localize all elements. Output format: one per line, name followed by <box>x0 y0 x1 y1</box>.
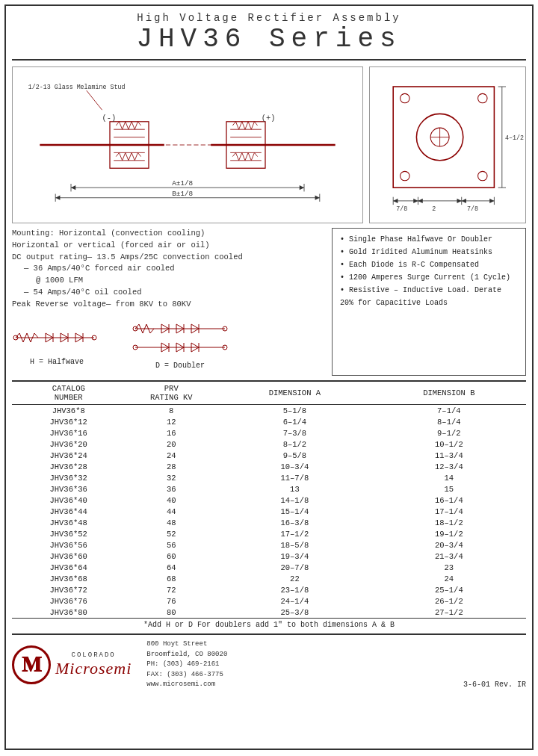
table-cell: 76 <box>125 595 217 607</box>
logo-microsemi: Microsemi <box>55 659 132 678</box>
table-cell: JHV36*32 <box>12 472 125 483</box>
table-cell: 24 <box>125 450 217 461</box>
doubler-circuit: D = Doubler <box>132 317 229 370</box>
table-cell: 5–1/8 <box>217 405 371 417</box>
table-cell: 26–1/2 <box>372 595 526 607</box>
logo-m-letter: 𝐌 <box>22 653 41 678</box>
svg-marker-57 <box>457 199 461 203</box>
table-cell: 80 <box>125 607 217 619</box>
table-cell: 64 <box>125 562 217 573</box>
svg-marker-28 <box>300 185 304 190</box>
table-cell: 25–3/8 <box>217 607 371 619</box>
table-cell: 18–1/2 <box>372 517 526 528</box>
table-cell: 7–1/4 <box>372 405 526 417</box>
doubler-label: D = Doubler <box>155 362 205 370</box>
svg-text:2: 2 <box>432 205 436 212</box>
table-cell: 28 <box>125 461 217 472</box>
table-cell: 72 <box>125 584 217 595</box>
svg-point-32 <box>401 93 409 102</box>
table-cell: 44 <box>125 506 217 517</box>
table-cell: 22 <box>217 573 371 584</box>
table-row: JHV36*885–1/87–1/4 <box>12 405 526 417</box>
svg-text:(+): (+) <box>262 114 276 123</box>
table-row: JHV36*727223–1/825–1/4 <box>12 584 526 595</box>
table-cell: 10–3/4 <box>217 461 371 472</box>
table-cell: JHV36*16 <box>12 427 125 439</box>
logo-text-group: COLORADO Microsemi <box>55 651 132 678</box>
table-cell: 40 <box>125 495 217 506</box>
table-cell: 56 <box>125 539 217 551</box>
svg-marker-59 <box>489 199 494 203</box>
bullet-item: Resistive – Inductive Load. Derate 20% f… <box>340 284 518 309</box>
table-cell: 20 <box>125 439 217 450</box>
address-web: www.microsemi.com <box>146 680 227 690</box>
diagram-right: 4–1/2 7/8 2 7/8 <box>369 66 526 223</box>
table-row: JHV36*646420–7/823 <box>12 562 526 573</box>
specs-left: Mounting: Horizontal (convection cooling… <box>12 228 332 376</box>
svg-marker-56 <box>418 199 422 203</box>
table-cell: JHV36*12 <box>12 416 125 427</box>
table-cell: 8–1/2 <box>217 439 371 450</box>
table-row: JHV36*484816–3/818–1/2 <box>12 517 526 528</box>
table-cell: 10–1/2 <box>372 439 526 450</box>
table-cell: 24–1/4 <box>217 595 371 607</box>
dc-1000-text: @ 1000 LFM <box>12 275 324 287</box>
svg-marker-54 <box>393 199 398 203</box>
table-cell: 11–7/8 <box>217 472 371 483</box>
dc-36-text: — 36 Amps/40°C forced air cooled <box>12 263 324 275</box>
dc-rating-text: DC output rating— 13.5 Amps/25C convecti… <box>12 252 324 264</box>
footer: 𝐌 COLORADO Microsemi 800 Hoyt Street Bro… <box>12 633 526 690</box>
table-cell: 20–3/4 <box>372 539 526 551</box>
table-cell: 20–7/8 <box>217 562 371 573</box>
bullet-item: Single Phase Halfwave Or Doubler <box>340 233 518 246</box>
table-cell: JHV36*44 <box>12 506 125 517</box>
svg-text:7/8: 7/8 <box>467 205 478 212</box>
orientation-text: Horizontal or vertical (forced air or oi… <box>12 240 324 252</box>
table-cell: JHV36*80 <box>12 607 125 619</box>
catalog-table: CATALOGNUMBER PRVRATING KV DIMENSION A D… <box>12 380 526 619</box>
table-cell: 48 <box>125 517 217 528</box>
logo-circle: 𝐌 <box>12 645 51 684</box>
table-cell: 7–3/8 <box>217 427 371 439</box>
table-cell: 11–3/4 <box>372 450 526 461</box>
svg-marker-58 <box>462 199 466 203</box>
table-cell: 27–1/2 <box>372 607 526 619</box>
table-row: JHV36*444415–1/417–1/4 <box>12 506 526 517</box>
th-prv: PRVRATING KV <box>125 381 217 405</box>
table-cell: JHV36*68 <box>12 573 125 584</box>
bullet-item: 1200 Amperes Surge Current (1 Cycle) <box>340 271 518 284</box>
svg-marker-27 <box>71 185 75 190</box>
table-cell: 19–3/4 <box>217 551 371 562</box>
table-row: JHV36*767624–1/426–1/2 <box>12 595 526 607</box>
peak-reverse-text: Peak Reverse voltage— from 8KV to 80KV <box>12 299 324 311</box>
svg-point-33 <box>478 93 487 102</box>
svg-text:4–1/2: 4–1/2 <box>505 134 524 141</box>
diagram-area: 1/2-13 Glass Melamine Stud <box>12 66 526 223</box>
svg-text:7/8: 7/8 <box>396 205 407 212</box>
dc-54-text: — 54 Amps/40°C oil cooled <box>12 287 324 299</box>
table-cell: JHV36*72 <box>12 584 125 595</box>
table-cell: 68 <box>125 573 217 584</box>
address-ph: PH: (303) 469-2161 <box>146 660 227 670</box>
header-top-line: High Voltage Rectifier Assembly <box>12 12 526 24</box>
svg-marker-55 <box>413 199 418 203</box>
table-cell: 17–1/4 <box>372 506 526 517</box>
svg-point-35 <box>478 171 487 180</box>
table-cell: JHV36*40 <box>12 495 125 506</box>
svg-marker-29 <box>55 196 60 200</box>
table-row: JHV36*323211–7/814 <box>12 472 526 483</box>
th-catalog: CATALOGNUMBER <box>12 381 125 405</box>
bullet-item: Each Diode is R-C Compensated <box>340 258 518 271</box>
mounting-text: Mounting: Horizontal (convection cooling… <box>12 228 324 240</box>
footer-rev: 3-6-01 Rev. IR <box>463 681 526 690</box>
footer-address: 800 Hoyt Street Broomfield, CO 80020 PH:… <box>146 639 227 690</box>
bullets-list: Single Phase Halfwave Or DoublerGold Iri… <box>340 233 518 309</box>
table-cell: 23 <box>372 562 526 573</box>
th-dim-b: DIMENSION B <box>372 381 526 405</box>
table-row: JHV36*12126–1/48–1/4 <box>12 416 526 427</box>
specs-area: Mounting: Horizontal (convection cooling… <box>12 228 526 376</box>
table-cell: 12–3/4 <box>372 461 526 472</box>
table-row: JHV36*808025–3/827–1/2 <box>12 607 526 619</box>
table-cell: 19–1/2 <box>372 528 526 539</box>
table-cell: 12 <box>125 416 217 427</box>
